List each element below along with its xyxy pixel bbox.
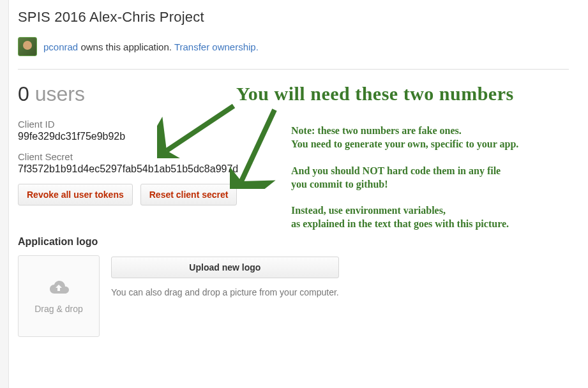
divider	[18, 69, 569, 70]
logo-row: Drag & drop Upload new logo You can also…	[18, 255, 569, 337]
app-logo-heading: Application logo	[18, 236, 569, 248]
reset-secret-button[interactable]: Reset client secret	[140, 184, 237, 205]
users-word: users	[35, 82, 85, 105]
users-count: 0	[18, 82, 29, 105]
drop-label: Drag & drop	[34, 304, 82, 314]
upload-hint: You can also drag and drop a picture fro…	[111, 287, 339, 297]
upload-column: Upload new logo You can also drag and dr…	[111, 255, 339, 297]
users-heading: 0 users	[18, 82, 569, 106]
owner-text: pconrad owns this application. Transfer …	[43, 41, 259, 52]
button-row: Revoke all user tokens Reset client secr…	[18, 184, 569, 205]
cloud-upload-icon	[47, 279, 70, 299]
upload-logo-button[interactable]: Upload new logo	[111, 257, 339, 278]
client-id-label: Client ID	[18, 119, 569, 130]
transfer-ownership-link[interactable]: Transfer ownership.	[174, 41, 259, 52]
revoke-tokens-button[interactable]: Revoke all user tokens	[18, 184, 133, 205]
client-id-value: 99fe329dc31f75e9b92b	[18, 131, 569, 142]
avatar[interactable]	[18, 37, 37, 56]
owns-text: owns this application.	[78, 41, 174, 52]
client-secret-value: 7f3572b1b91d4ec5297fab54b1ab51b5dc8a997d	[18, 163, 569, 175]
main-container: SPIS 2016 Alex-Chris Project pconrad own…	[0, 0, 588, 337]
client-secret-label: Client Secret	[18, 151, 569, 162]
logo-drop-zone[interactable]: Drag & drop	[18, 255, 100, 337]
owner-username-link[interactable]: pconrad	[43, 41, 78, 52]
owner-row: pconrad owns this application. Transfer …	[18, 37, 569, 56]
page-title: SPIS 2016 Alex-Chris Project	[18, 9, 569, 26]
